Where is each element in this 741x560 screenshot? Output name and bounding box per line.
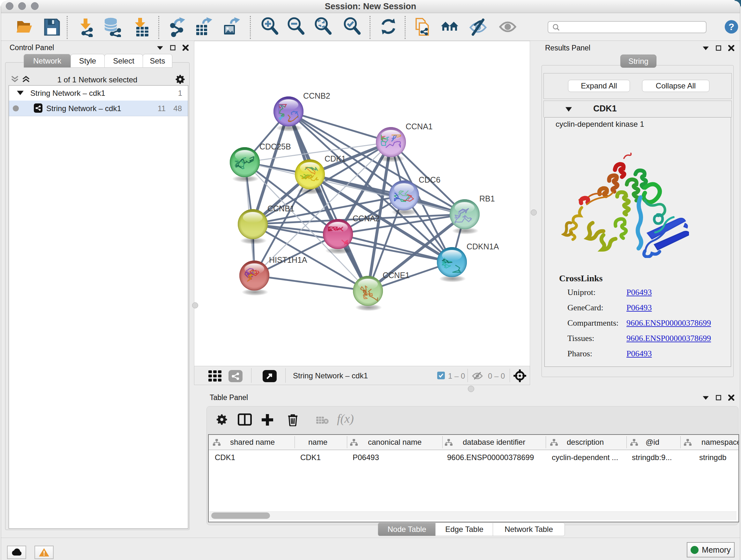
svg-text:CDC6: CDC6 — [419, 175, 441, 184]
svg-text:RB1: RB1 — [479, 194, 495, 203]
svg-text:CCNB1: CCNB1 — [267, 204, 294, 213]
svg-text:CCNA1: CCNA1 — [406, 122, 433, 131]
svg-text:CDK1: CDK1 — [325, 154, 346, 163]
svg-text:CDC25B: CDC25B — [259, 142, 291, 151]
svg-text:HIST1H1A: HIST1H1A — [269, 255, 307, 264]
svg-text:CCNE1: CCNE1 — [383, 271, 410, 280]
svg-text:CCNA2: CCNA2 — [353, 214, 380, 223]
svg-text:CCNB2: CCNB2 — [303, 91, 330, 100]
svg-text:CDKN1A: CDKN1A — [467, 242, 499, 251]
